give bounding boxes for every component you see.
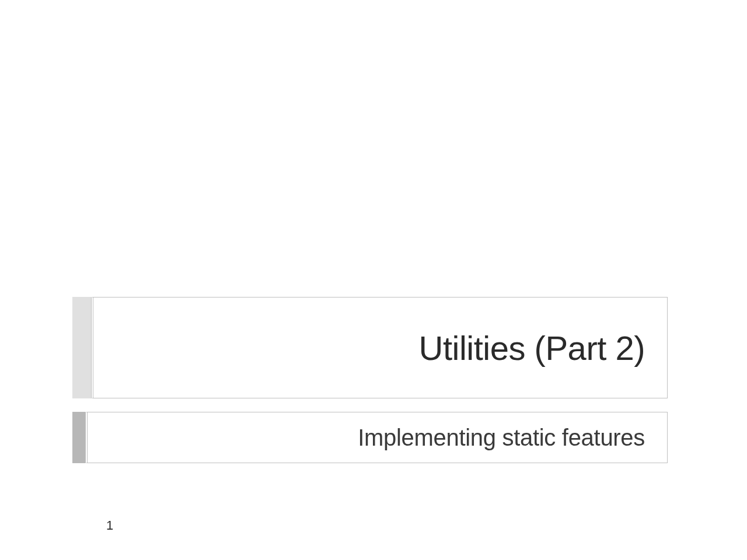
subtitle-block: Implementing static features [72, 412, 668, 463]
slide-title: Utilities (Part 2) [419, 328, 645, 368]
page-number: 1 [106, 518, 113, 533]
slide: Utilities (Part 2) Implementing static f… [0, 0, 747, 560]
subtitle-content: Implementing static features [85, 412, 668, 463]
title-block: Utilities (Part 2) [72, 297, 668, 398]
title-content: Utilities (Part 2) [91, 297, 668, 398]
title-accent-bar [72, 297, 91, 398]
subtitle-accent-bar [72, 412, 85, 463]
slide-subtitle: Implementing static features [358, 425, 645, 451]
